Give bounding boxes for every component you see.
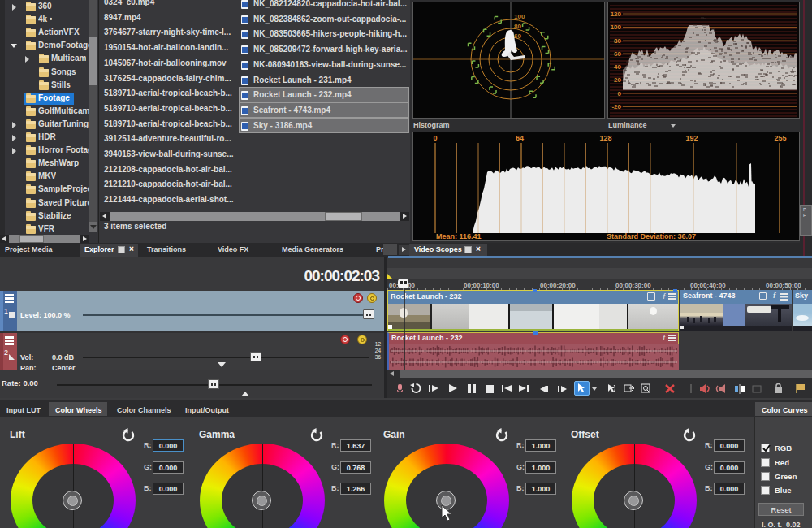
svg-text:-20: -20 bbox=[611, 103, 621, 110]
svg-text:64: 64 bbox=[516, 134, 524, 142]
svg-text:100: 100 bbox=[611, 24, 622, 31]
svg-text:Mean: 116.41: Mean: 116.41 bbox=[436, 232, 482, 240]
svg-text:192: 192 bbox=[685, 134, 698, 142]
svg-text:60: 60 bbox=[614, 50, 621, 58]
svg-text:120: 120 bbox=[611, 11, 622, 18]
svg-text:255: 255 bbox=[774, 134, 786, 142]
svg-text:80: 80 bbox=[514, 23, 521, 30]
svg-text:20: 20 bbox=[614, 76, 621, 84]
svg-text:0: 0 bbox=[433, 134, 437, 142]
svg-text:40: 40 bbox=[614, 63, 621, 71]
svg-text:128: 128 bbox=[599, 134, 611, 142]
svg-text:60: 60 bbox=[514, 32, 521, 40]
svg-text:0: 0 bbox=[618, 90, 622, 97]
svg-text:100: 100 bbox=[514, 13, 525, 20]
svg-text:Standard Deviation: 36.07: Standard Deviation: 36.07 bbox=[607, 232, 696, 240]
svg-text:80: 80 bbox=[614, 37, 621, 45]
